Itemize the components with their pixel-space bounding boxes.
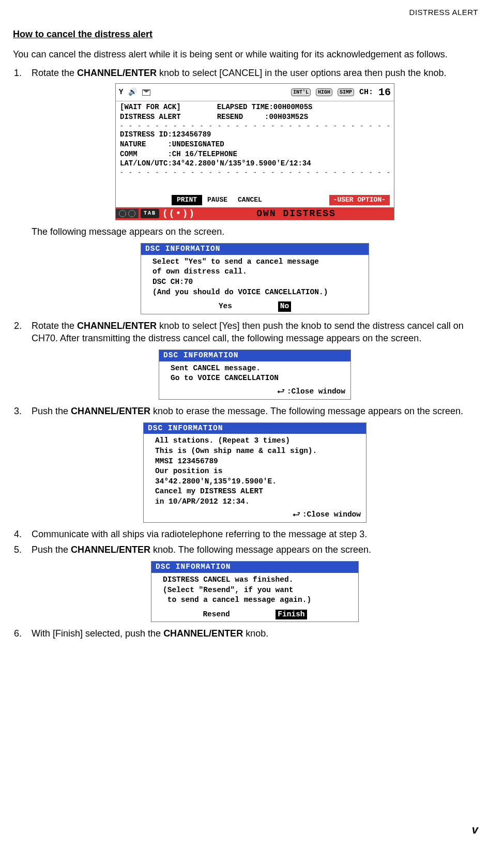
step-1-after: The following message appears on the scr… <box>32 225 478 238</box>
step-2: Rotate the CHANNEL/ENTER knob to select … <box>24 320 478 400</box>
dsc2-close[interactable]: :Close window <box>287 387 345 396</box>
status-bar: Y 🔊 INT'L HIGH SIMP CH: 16 <box>116 84 394 101</box>
dsc3-l4: Our position is <box>155 466 359 477</box>
own-distress-bar: TAB ((•)) OWN DISTRESS <box>116 207 394 220</box>
step-5-text-b: knob. The following message appears on t… <box>150 544 371 555</box>
row1-left: [WAIT FOR ACK] <box>120 103 181 111</box>
dsc4-title: DSC INFORMATION <box>151 562 358 573</box>
envelope-icon <box>142 89 150 96</box>
pill-high: HIGH <box>316 88 332 97</box>
pill-simp: SIMP <box>338 88 354 97</box>
step-6-knob: CHANNEL/ENTER <box>163 628 243 639</box>
user-option-tab[interactable]: -USER OPTION- <box>329 195 390 205</box>
nature-label: NATURE : <box>120 140 172 148</box>
device-screen-1: Y 🔊 INT'L HIGH SIMP CH: 16 [WAIT FOR ACK… <box>115 83 394 220</box>
distress-id-label: DISTRESS ID: <box>120 130 172 139</box>
dsc3-l6: Cancel my DISTRESS ALERT <box>155 487 359 497</box>
antenna-icon: Y <box>119 87 123 97</box>
section-title: How to cancel the distress alert <box>13 28 478 40</box>
step-6: With [Finish] selected, push the CHANNEL… <box>24 627 478 640</box>
dsc1-title: DSC INFORMATION <box>141 244 369 255</box>
back-icon-2 <box>293 510 302 519</box>
step-1-knob: CHANNEL/ENTER <box>77 68 157 78</box>
back-icon <box>277 387 287 396</box>
step-6-text-a: With [Finish] selected, push the <box>32 628 163 639</box>
dsc1-l1: Select "Yes" to send a cancel message <box>152 257 361 267</box>
step-3-knob: CHANNEL/ENTER <box>71 406 150 416</box>
step-3: Push the CHANNEL/ENTER knob to erase the… <box>24 405 478 523</box>
option-cancel[interactable]: CANCEL <box>233 195 267 205</box>
row2-right: RESEND :00H03M52S <box>217 113 308 121</box>
step-2-text-a: Rotate the <box>32 321 77 331</box>
step-6-text-b: knob. <box>243 628 268 639</box>
dsc1-l4: (And you should do VOICE CANCELLATION.) <box>152 287 361 298</box>
distress-id-value: 123456789 <box>172 130 211 139</box>
step-1-text-a: Rotate the <box>32 68 77 78</box>
intro-text: You can cancel the distress alert while … <box>13 48 478 60</box>
step-3-text-b: knob to erase the message. The following… <box>150 406 463 416</box>
dsc1-yes[interactable]: Yes <box>219 301 232 312</box>
comm-label: COMM : <box>120 150 172 158</box>
latlon-value: 34°42.2800'N/135°19.5900'E/12:34 <box>172 159 311 168</box>
dsc2-l2: Go to VOICE CANCELLATION <box>171 373 343 384</box>
dsc4-l3: to send a cancel message again.) <box>163 595 351 605</box>
dsc-box-1: DSC INFORMATION Select "Yes" to send a c… <box>141 243 369 314</box>
step-5-text-a: Push the <box>32 544 71 555</box>
dsc-box-4: DSC INFORMATION DISTRESS CANCEL was fini… <box>151 561 359 622</box>
header-label: DISTRESS ALERT <box>13 7 478 18</box>
page-number: v <box>472 822 478 838</box>
dsc3-close[interactable]: :Close window <box>302 510 361 519</box>
dsc2-title: DSC INFORMATION <box>159 350 350 361</box>
step-1: Rotate the CHANNEL/ENTER knob to select … <box>24 67 478 314</box>
dsc4-resend[interactable]: Resend <box>203 610 230 620</box>
dsc3-l5: 34°42.2800'N,135°19.5900'E. <box>155 477 359 487</box>
dsc2-l1: Sent CANCEL message. <box>171 364 343 374</box>
latlon-label: LAT/LON/UTC: <box>120 159 172 168</box>
speaker-icon: 🔊 <box>128 87 137 97</box>
dash-rule-2: - - - - - - - - - - - - - - - - - - - - … <box>120 169 390 176</box>
step-5-knob: CHANNEL/ENTER <box>71 544 150 555</box>
dsc-box-3: DSC INFORMATION All stations. (Repeat 3 … <box>143 422 366 523</box>
tab-chip: TAB <box>141 209 159 218</box>
nature-value: UNDESIGNATED <box>172 140 224 148</box>
dsc3-l1: All stations. (Repeat 3 times) <box>155 436 359 446</box>
step-5: Push the CHANNEL/ENTER knob. The followi… <box>24 543 478 622</box>
row1-right: ELAPSED TIME:00H00M05S <box>217 103 313 111</box>
dsc1-l3: DSC CH:70 <box>152 277 361 287</box>
comm-value: CH 16/TELEPHONE <box>172 150 237 158</box>
dsc3-l2: This is (Own ship name & call sign). <box>155 446 359 457</box>
dsc-box-2: DSC INFORMATION Sent CANCEL message. Go … <box>159 350 351 399</box>
step-3-text-a: Push the <box>32 406 71 416</box>
dsc3-l7: in 10/APR/2012 12:34. <box>155 497 359 507</box>
dsc3-l3: MMSI 123456789 <box>155 457 359 467</box>
dsc4-finish[interactable]: Finish <box>276 610 307 620</box>
own-distress-label: OWN DISTRESS <box>198 207 394 220</box>
wave-icon: ((•)) <box>162 207 195 220</box>
dash-rule-1: - - - - - - - - - - - - - - - - - - - - … <box>120 122 390 130</box>
option-pause[interactable]: PAUSE <box>202 195 233 205</box>
ch-value: 16 <box>378 85 391 99</box>
step-4: Communicate with all ships via radiotele… <box>24 528 478 540</box>
row2-left: DISTRESS ALERT <box>120 113 181 121</box>
ch-label: CH: <box>359 87 373 98</box>
dsc4-l1: DISTRESS CANCEL was finished. <box>163 575 351 585</box>
dsc1-no[interactable]: No <box>278 301 291 312</box>
dsc4-l2: (Select "Resend", if you want <box>163 585 351 596</box>
pill-intl: INT'L <box>291 88 311 97</box>
options-bar: PRINT PAUSE CANCEL -USER OPTION- <box>120 195 390 205</box>
dsc3-title: DSC INFORMATION <box>144 423 366 434</box>
step-2-knob: CHANNEL/ENTER <box>77 321 157 331</box>
dsc1-l2: of own distress call. <box>152 267 361 277</box>
step-1-text-b: knob to select [CANCEL] in the user opti… <box>157 68 446 78</box>
option-print[interactable]: PRINT <box>172 195 202 205</box>
knob-icons <box>116 209 139 218</box>
